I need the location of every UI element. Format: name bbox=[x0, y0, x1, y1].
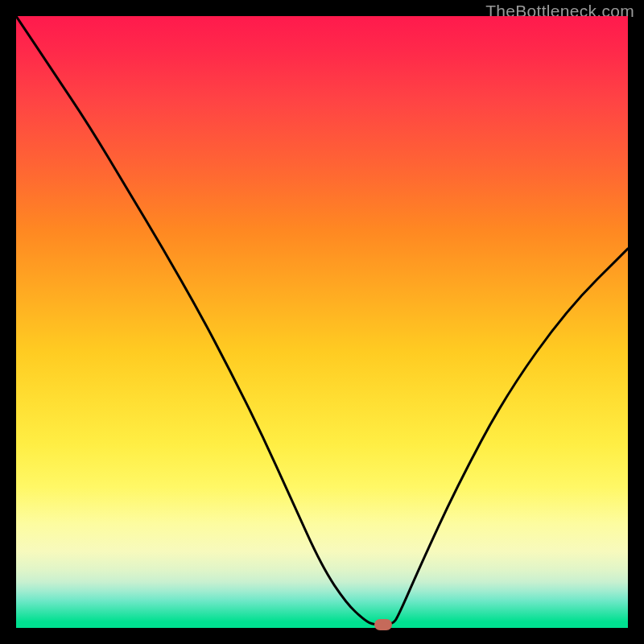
optimal-point-marker bbox=[374, 619, 392, 630]
chart-plot-area bbox=[16, 16, 628, 628]
chart-container: TheBottleneck.com bbox=[0, 0, 644, 644]
bottleneck-curve bbox=[16, 16, 628, 628]
